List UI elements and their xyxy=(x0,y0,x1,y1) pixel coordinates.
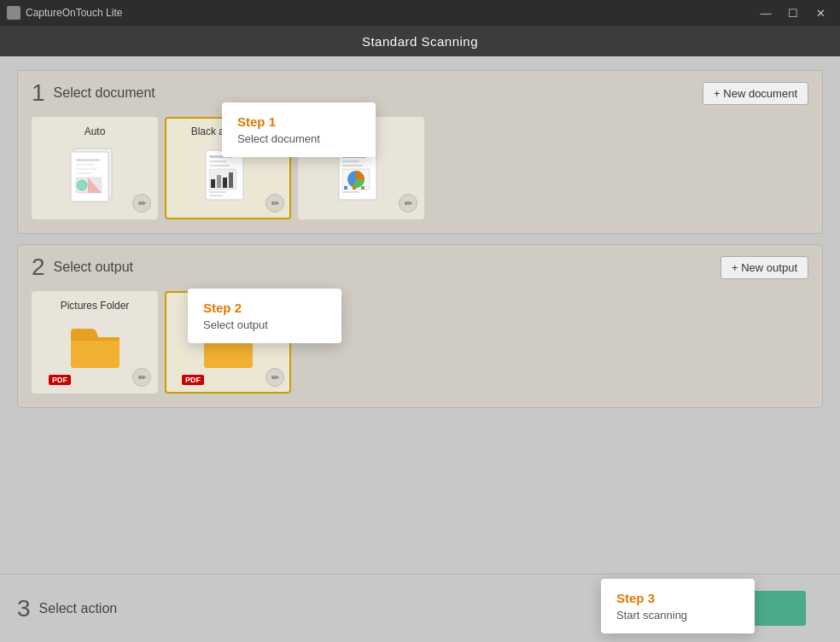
maximize-button[interactable]: ☐ xyxy=(780,3,806,22)
main-content: 1 Select document + New document Auto xyxy=(0,56,840,642)
close-button[interactable]: ✕ xyxy=(808,3,833,22)
svg-rect-25 xyxy=(344,186,347,190)
svg-rect-18 xyxy=(209,195,223,196)
section-output-title: 2 Select output xyxy=(32,255,133,279)
document-card-color-edit[interactable]: ✏ xyxy=(399,194,417,213)
tooltip-step2-title: Step 2 xyxy=(203,301,326,315)
tooltip-step1-title: Step 1 xyxy=(237,114,360,129)
window-controls: — ☐ ✕ xyxy=(753,3,833,22)
section-document-header: 1 Select document + New document xyxy=(32,81,808,105)
section-output-label: Select output xyxy=(54,260,133,275)
tooltip-step1: Step 1 Select document xyxy=(222,102,376,157)
section-output: 2 Select output + New output Pictures Fo… xyxy=(17,244,823,408)
output-card-pictures-badge: PDF xyxy=(49,375,71,385)
tooltip-step3: Step 3 Start scanning xyxy=(601,579,755,633)
output-card-pictures-label: Pictures Folder xyxy=(61,300,130,312)
svg-rect-13 xyxy=(211,179,215,188)
svg-point-7 xyxy=(77,180,87,190)
output-card-pictures-image xyxy=(40,317,149,373)
svg-rect-14 xyxy=(217,175,221,188)
tooltip-step1-desc: Select document xyxy=(237,132,360,145)
section-output-header: 2 Select output + New output xyxy=(32,255,808,279)
svg-rect-27 xyxy=(361,186,365,190)
app-title: Standard Scanning xyxy=(362,34,478,49)
output-card-desktop-edit[interactable]: ✏ xyxy=(265,368,284,387)
svg-rect-2 xyxy=(76,159,100,161)
document-card-auto-label: Auto xyxy=(85,125,106,137)
app-icon xyxy=(7,6,20,20)
svg-rect-16 xyxy=(229,172,233,188)
svg-rect-17 xyxy=(209,191,226,193)
output-cards: Pictures Folder PDF ✏ Desktop xyxy=(32,288,808,397)
svg-rect-11 xyxy=(209,165,230,166)
document-cards: Auto ✏ xyxy=(32,114,808,223)
section-document: 1 Select document + New document Auto xyxy=(17,70,823,234)
tooltip-step2-desc: Select output xyxy=(203,318,326,331)
section-action-title: 3 Select action xyxy=(17,597,660,621)
document-card-auto-edit[interactable]: ✏ xyxy=(132,194,151,213)
new-document-button[interactable]: + New document xyxy=(703,82,808,105)
svg-rect-10 xyxy=(209,160,226,162)
section-document-title: 1 Select document xyxy=(32,81,155,105)
app-title-bar: Standard Scanning xyxy=(0,26,840,56)
svg-rect-15 xyxy=(223,178,227,188)
output-card-desktop-badge: PDF xyxy=(182,375,204,385)
svg-rect-21 xyxy=(342,160,359,162)
tooltip-step3-title: Step 3 xyxy=(616,591,739,605)
tooltip-step2: Step 2 Select output xyxy=(188,289,341,343)
section-document-label: Select document xyxy=(54,85,155,101)
svg-rect-22 xyxy=(342,165,363,166)
output-card-pictures-edit[interactable]: ✏ xyxy=(132,368,151,387)
svg-rect-4 xyxy=(76,168,97,170)
document-card-auto[interactable]: Auto ✏ xyxy=(32,117,158,219)
document-card-bw-edit[interactable]: ✏ xyxy=(265,194,284,213)
section-action-number: 3 xyxy=(17,597,31,621)
app-name: CaptureOnTouch Lite xyxy=(26,7,753,19)
section-action-label: Select action xyxy=(39,601,118,616)
svg-rect-26 xyxy=(353,186,356,190)
new-output-button[interactable]: + New output xyxy=(720,256,808,279)
output-card-pictures[interactable]: Pictures Folder PDF ✏ xyxy=(32,291,158,394)
svg-rect-28 xyxy=(342,191,359,193)
svg-rect-3 xyxy=(76,164,95,166)
section-output-number: 2 xyxy=(32,255,45,279)
svg-rect-5 xyxy=(76,172,93,174)
title-bar: CaptureOnTouch Lite — ☐ ✕ xyxy=(0,0,840,26)
minimize-button[interactable]: — xyxy=(753,3,779,22)
section-document-number: 1 xyxy=(32,81,45,105)
tooltip-step3-desc: Start scanning xyxy=(616,609,739,622)
